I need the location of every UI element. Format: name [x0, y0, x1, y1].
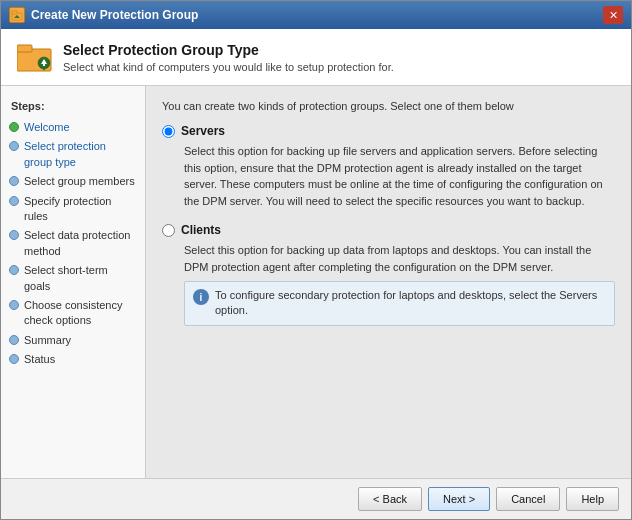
window-icon [9, 7, 25, 23]
svg-rect-8 [43, 64, 45, 66]
window-title: Create New Protection Group [31, 8, 198, 22]
step-dot-short-term [9, 265, 19, 275]
clients-label: Clients [181, 223, 221, 237]
sidebar-item-label-status: Status [24, 352, 55, 367]
step-dot-status [9, 354, 19, 364]
info-text: To configure secondary protection for la… [215, 288, 606, 319]
main-window: Create New Protection Group ✕ Select Pro… [0, 0, 632, 520]
sidebar-item-protection-rules[interactable]: Specify protection rules [1, 192, 145, 227]
sidebar: Steps: Welcome Select protection group t… [1, 86, 146, 478]
header-icon [17, 39, 53, 75]
step-dot-type [9, 141, 19, 151]
step-dot-summary [9, 335, 19, 345]
sidebar-item-label-rules: Specify protection rules [24, 194, 137, 225]
content-area: You can create two kinds of protection g… [146, 86, 631, 478]
servers-description: Select this option for backing up file s… [184, 143, 615, 209]
dialog-footer: < Back Next > Cancel Help [1, 478, 631, 519]
clients-radio-label[interactable]: Clients [162, 223, 615, 237]
sidebar-item-label-summary: Summary [24, 333, 71, 348]
info-box: i To configure secondary protection for … [184, 281, 615, 326]
step-dot-welcome [9, 122, 19, 132]
sidebar-item-consistency[interactable]: Choose consistency check options [1, 296, 145, 331]
sidebar-item-label-short-term: Select short-term goals [24, 263, 137, 294]
sidebar-item-label-welcome: Welcome [24, 120, 70, 135]
sidebar-item-label-members: Select group members [24, 174, 135, 189]
sidebar-item-label-type: Select protection group type [24, 139, 137, 170]
step-dot-protection [9, 230, 19, 240]
close-button[interactable]: ✕ [603, 6, 623, 24]
sidebar-item-label-protection: Select data protection method [24, 228, 137, 259]
main-content: Steps: Welcome Select protection group t… [1, 86, 631, 478]
page-title: Select Protection Group Type [63, 42, 615, 58]
steps-label: Steps: [1, 96, 145, 118]
title-bar: Create New Protection Group ✕ [1, 1, 631, 29]
dialog-header: Select Protection Group Type Select what… [1, 29, 631, 86]
help-button[interactable]: Help [566, 487, 619, 511]
step-dot-rules [9, 196, 19, 206]
sidebar-item-data-protection[interactable]: Select data protection method [1, 226, 145, 261]
clients-radio[interactable] [162, 224, 175, 237]
clients-description: Select this option for backing up data f… [184, 242, 615, 275]
step-dot-members [9, 176, 19, 186]
next-button[interactable]: Next > [428, 487, 490, 511]
sidebar-item-select-type[interactable]: Select protection group type [1, 137, 145, 172]
content-intro: You can create two kinds of protection g… [162, 100, 615, 112]
servers-radio-label[interactable]: Servers [162, 124, 615, 138]
sidebar-item-summary[interactable]: Summary [1, 331, 145, 350]
cancel-button[interactable]: Cancel [496, 487, 560, 511]
servers-option-block: Servers Select this option for backing u… [162, 124, 615, 209]
page-subtitle: Select what kind of computers you would … [63, 61, 615, 73]
svg-rect-4 [17, 45, 32, 52]
clients-option-block: Clients Select this option for backing u… [162, 223, 615, 326]
servers-label: Servers [181, 124, 225, 138]
servers-radio[interactable] [162, 125, 175, 138]
sidebar-item-welcome[interactable]: Welcome [1, 118, 145, 137]
sidebar-item-group-members[interactable]: Select group members [1, 172, 145, 191]
sidebar-item-status[interactable]: Status [1, 350, 145, 369]
info-icon: i [193, 289, 209, 305]
step-dot-consistency [9, 300, 19, 310]
svg-rect-1 [12, 11, 17, 14]
back-button[interactable]: < Back [358, 487, 422, 511]
sidebar-item-short-term[interactable]: Select short-term goals [1, 261, 145, 296]
sidebar-item-label-consistency: Choose consistency check options [24, 298, 137, 329]
